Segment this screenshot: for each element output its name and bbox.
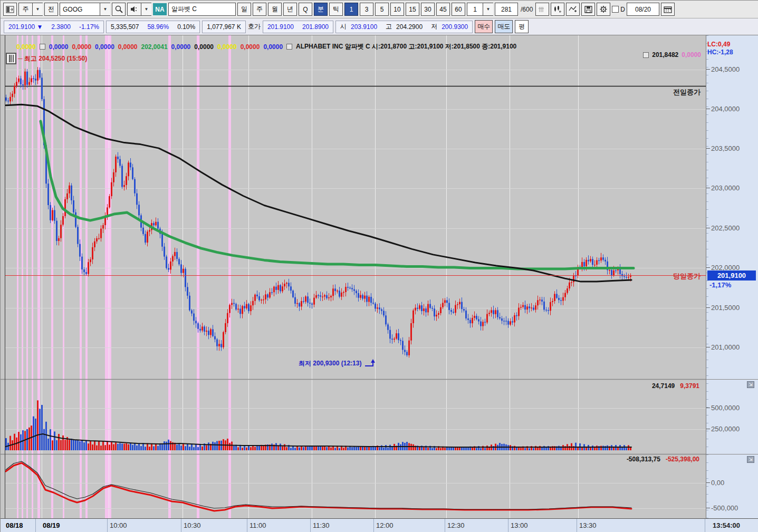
settings-button[interactable] [597,3,610,16]
chevron-down-icon[interactable]: ▼ [141,3,151,16]
high-price: 204.2900 [396,23,423,31]
save-icon [584,6,592,13]
sound-combo[interactable]: ▼ [127,3,151,16]
last-time-label: 13:54:00 [713,521,740,529]
prev-close-label: 전일종가 [673,88,701,97]
period-week-button[interactable]: 주 [253,3,266,16]
low-price: 200.9300 [442,23,468,31]
axis-tick-label: 202,5000 [706,224,740,232]
calendar-button[interactable] [661,3,675,16]
mode-tick-button[interactable]: 틱 [329,3,343,16]
session-high-text: ─ 최고 204,5250 (15:50) [18,54,87,63]
interval-1-button[interactable]: 1 [344,3,358,16]
window-type-combo[interactable]: 주 ▼ [18,3,43,16]
speaker-button[interactable] [127,3,141,16]
chart-region: 0,00000,00000,00000,00000,0000202,00410,… [1,35,758,532]
cross-tool-button[interactable] [535,3,549,16]
search-icon [115,5,123,13]
chevron-down-icon[interactable]: ▼ [100,3,110,16]
interval-10-button[interactable]: 10 [390,3,404,16]
sell-button[interactable]: 매도 [495,20,513,33]
indicator-black-value: -508,313,75 [627,456,660,463]
volume-pane-values: 24,7149 9,3791 [652,382,699,390]
bar-count-input[interactable]: 281 [495,3,518,16]
axis-separator [508,519,508,532]
overlay-value: 0,0000 [217,43,237,51]
trade-amount: 1,077,967 K [207,23,241,31]
candles-icon [553,6,562,13]
search-button[interactable] [112,3,126,16]
ma-value-label: 201,8482 0,0000 [643,51,701,59]
current-price-box: 201,9100 [707,270,756,280]
data-table-icon[interactable] [6,53,16,64]
ma-value: 201,8482 [652,51,678,59]
hoga-label: 호가 [248,22,261,31]
amount-cell: 1,077,967 K [202,21,246,33]
axis-separator [107,519,108,532]
checkbox-icon[interactable] [643,52,649,58]
price-summary-cell: 201.9100 ▼ 2.3800 -1.17% [4,21,104,33]
interval-input[interactable]: 1 [467,3,483,16]
symbol-input[interactable]: GOOG [60,3,100,16]
chevron-down-icon[interactable]: ▼ [32,3,43,16]
interval-custom-combo[interactable]: 1 ▼ [467,3,493,16]
overlay-value: 0,0000 [49,43,69,51]
interval-60-button[interactable]: 60 [452,3,465,16]
trendline-tool-button[interactable] [566,3,580,16]
symbol-combo[interactable]: GOOG ▼ [60,3,110,16]
main-toolbar: 주 ▼ 전 GOOG ▼ ▼ NA 알파벳 C 일 주 월 년 Q 분 틱 1 … [1,1,758,18]
time-tick-label: 13:30 [579,521,597,529]
avg-button[interactable]: 평 [515,20,529,33]
expand-pane-icon[interactable]: ⇲ [747,381,754,388]
interval-30-button[interactable]: 30 [421,3,435,16]
axis-tick-label: 203,0000 [706,184,740,192]
panel-icon [6,6,14,13]
high-label: 고 [386,22,392,31]
save-button[interactable] [581,3,595,16]
prev-symbol-button[interactable]: 전 [44,3,58,16]
checkbox-icon[interactable] [286,44,292,50]
elbow-arrow-icon [364,359,378,368]
period-q-button[interactable]: Q [299,3,312,16]
checkbox-icon[interactable] [40,44,45,50]
chart-plot[interactable] [1,35,706,518]
interval-45-button[interactable]: 45 [436,3,450,16]
axis-tick-label: 250,0000 [706,425,740,433]
bid-price: 201.9100 [267,23,294,31]
overlay-value: 0,0000 [171,43,191,51]
quote-bar: 201.9100 ▼ 2.3800 -1.17% 5,335,507 58.96… [1,18,758,35]
period-month-button[interactable]: 월 [268,3,282,16]
chevron-down-icon[interactable]: ▼ [483,3,493,16]
price-axis[interactable]: LC:0,49 HC:-1,28 204,5000204,0000203,500… [706,35,758,518]
interval-15-button[interactable]: 15 [406,3,419,16]
axis-separator [35,519,36,532]
window-type-label[interactable]: 주 [18,3,32,16]
indicator-red-value: -525,398,00 [666,456,699,463]
compare-chart-button[interactable] [551,3,564,16]
expand-pane-icon[interactable]: ⇲ [747,456,754,463]
open-label: 시 [340,22,347,31]
overlay-value: 0,0000 [194,43,214,51]
indicator-pane-values: -508,313,75 -525,398,00 [627,456,699,463]
axis-separator [181,519,181,532]
axis-tick-label: 204,5000 [706,65,740,73]
period-day-button[interactable]: 일 [237,3,251,16]
ask-price: 201.8900 [302,23,329,31]
panel-toggle-button[interactable] [3,3,17,16]
open-price: 203.9100 [351,23,377,31]
axis-tick-label: -500,000 [706,504,738,512]
axis-tick-label: 500,0000 [706,404,740,412]
time-axis[interactable]: 08/1808/1910:0010:3011:0011:3012:0012:30… [1,518,758,532]
mode-minute-button[interactable]: 분 [314,3,328,16]
overlay-value: 202,0041 [141,43,168,51]
d-checkbox[interactable] [612,6,619,13]
period-year-button[interactable]: 년 [283,3,297,16]
buy-button[interactable]: 매수 [475,20,493,33]
interval-3-button[interactable]: 3 [360,3,373,16]
market-badge: NA [153,3,167,15]
interval-5-button[interactable]: 5 [375,3,389,16]
symbol-name-input[interactable]: 알파벳 C [168,3,236,16]
calendar-icon [664,6,672,13]
pane-divider [706,379,758,380]
date-input[interactable]: 08/20 [627,3,659,16]
